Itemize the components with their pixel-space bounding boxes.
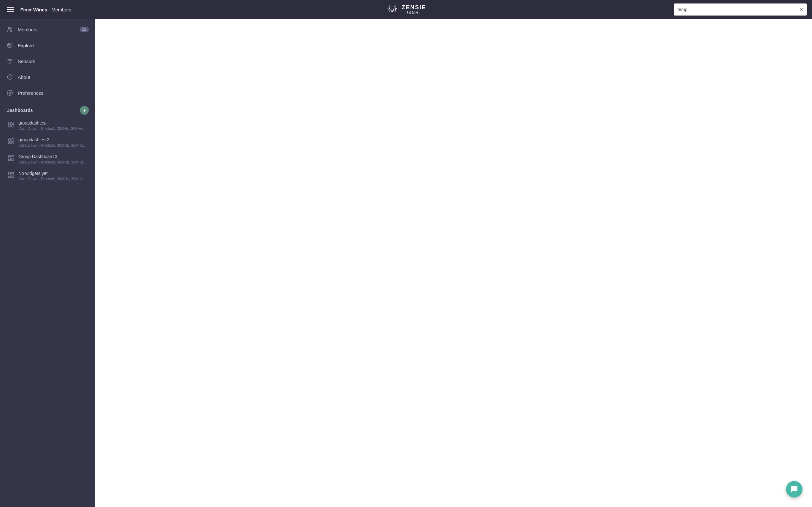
dashboard-info: No widgets yet Dara Dowd - Prodock, 30MH… — [18, 171, 88, 181]
dashboard-icon — [8, 171, 14, 178]
sidebar-item-label: About — [18, 74, 89, 80]
chat-button[interactable] — [786, 481, 803, 498]
dashboard-item[interactable]: Group Dashboard 3 Dara Dowd - Prodock, 3… — [6, 151, 89, 168]
info-icon — [6, 73, 13, 80]
sidebar-item-sensors[interactable]: Sensors — [0, 53, 95, 69]
sidebar-item-explore[interactable]: Explore — [0, 38, 95, 53]
dashboard-info: Group Dashboard 3 Dara Dowd - Prodock, 3… — [18, 154, 88, 164]
sidebar-item-label: Sensors — [18, 59, 89, 64]
logo-icon — [386, 3, 398, 16]
svg-point-5 — [391, 10, 393, 12]
dashboard-name: groupdashtest2 — [18, 137, 88, 142]
svg-rect-26 — [12, 156, 14, 157]
sidebar-item-label: Preferences — [18, 90, 89, 96]
search-clear-button[interactable]: × — [796, 6, 807, 13]
dashboard-icon — [8, 155, 14, 162]
dashboard-sub: Dara Dowd - Prodock, 30MHz, 30MHz... — [18, 143, 88, 148]
svg-rect-23 — [12, 141, 14, 144]
dashboard-icon — [8, 138, 14, 145]
svg-point-3 — [391, 9, 392, 10]
app-header: Finer Wines - Members ZENSIE - 30MHz - — [0, 0, 812, 19]
svg-rect-22 — [12, 139, 14, 140]
dashboard-sub: Dara Dowd - Prodock, 30MHz, 30MHz... — [18, 126, 88, 131]
dashboard-sub: Dara Dowd - Prodock, 30MHz, 30MHz... — [18, 160, 88, 164]
dashboard-sub: Dara Dowd - Prodock, 30MHz, 30MHz... — [18, 177, 88, 181]
svg-rect-0 — [389, 7, 395, 12]
wifi-icon — [6, 58, 13, 65]
dashboards-section: Dashboards + groupdashtest Dara Dowd - P… — [0, 101, 95, 187]
svg-rect-19 — [12, 124, 14, 127]
svg-rect-25 — [9, 156, 10, 158]
svg-point-7 — [392, 10, 393, 11]
people-icon — [6, 26, 13, 33]
dashboard-item[interactable]: groupdashtest Dara Dowd - Prodock, 30MHz… — [6, 117, 89, 134]
svg-rect-30 — [12, 172, 14, 174]
sidebar-item-about[interactable]: About — [0, 69, 95, 85]
search-input[interactable] — [674, 7, 796, 12]
svg-point-2 — [395, 8, 397, 9]
dashboard-item[interactable]: No widgets yet Dara Dowd - Prodock, 30MH… — [6, 168, 89, 184]
main-content — [95, 19, 812, 507]
brand-logo: ZENSIE - 30MHz - — [386, 3, 426, 16]
svg-rect-21 — [9, 139, 10, 141]
svg-point-12 — [9, 63, 10, 64]
add-dashboard-button[interactable]: + — [80, 106, 89, 115]
dashboard-info: groupdashtest Dara Dowd - Prodock, 30MHz… — [18, 120, 88, 131]
dashboard-icon — [8, 121, 14, 128]
sidebar-item-members[interactable]: Members 13 — [0, 21, 95, 38]
sidebar: Members 13 Explore Sensors About — [0, 19, 95, 507]
svg-point-1 — [388, 8, 390, 9]
svg-point-16 — [9, 92, 11, 94]
svg-point-4 — [393, 9, 394, 10]
svg-point-6 — [392, 10, 392, 11]
dashboard-name: No widgets yet — [18, 171, 88, 176]
svg-rect-31 — [12, 175, 14, 177]
compass-icon — [6, 42, 13, 49]
svg-rect-28 — [9, 159, 10, 161]
svg-rect-18 — [12, 122, 14, 124]
svg-point-8 — [8, 27, 10, 29]
search-bar: × — [674, 3, 807, 15]
dashboards-title: Dashboards — [6, 108, 33, 113]
sidebar-item-label: Members — [18, 27, 75, 32]
svg-rect-17 — [9, 122, 10, 124]
dashboard-info: groupdashtest2 Dara Dowd - Prodock, 30MH… — [18, 137, 88, 148]
dashboard-item[interactable]: groupdashtest2 Dara Dowd - Prodock, 30MH… — [6, 134, 89, 151]
header-title: Finer Wines - Members — [20, 7, 71, 12]
dashboard-name: groupdashtest — [18, 120, 88, 125]
svg-rect-24 — [9, 143, 10, 144]
hamburger-menu[interactable] — [5, 5, 16, 14]
main-layout: Members 13 Explore Sensors About — [0, 19, 812, 507]
svg-rect-29 — [9, 172, 10, 175]
svg-rect-32 — [9, 176, 10, 178]
dashboards-header: Dashboards + — [6, 106, 89, 115]
svg-rect-27 — [12, 158, 14, 161]
gear-icon — [6, 89, 13, 96]
dashboard-name: Group Dashboard 3 — [18, 154, 88, 159]
svg-rect-20 — [9, 126, 10, 127]
logo-text: ZENSIE - 30MHz - — [402, 4, 426, 15]
sidebar-item-preferences[interactable]: Preferences — [0, 85, 95, 101]
svg-point-9 — [10, 28, 12, 29]
sidebar-item-label: Explore — [18, 43, 89, 48]
members-badge: 13 — [80, 26, 89, 32]
